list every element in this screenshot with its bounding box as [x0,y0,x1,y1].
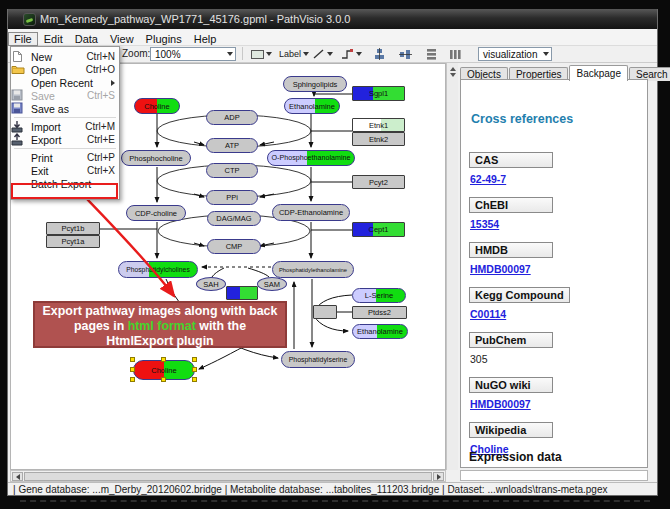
node-sah[interactable]: SAH [196,277,226,291]
reference-source-chebi: ChEBI [469,197,553,213]
batch-export-highlight-box [11,183,118,199]
align-middle-button[interactable] [396,47,415,61]
callout-line1: Export pathway images along with back [35,304,285,319]
menu-item-shortcut: Ctrl+P [87,152,115,163]
node-ppi[interactable]: PPi [206,190,258,205]
node-label: Cept1 [368,225,388,234]
file-menu-item-print[interactable]: PrintCtrl+P [11,151,119,164]
node-o-phosphoethanolamine[interactable]: O-Phosphoethanolamine [267,150,355,166]
menu-file[interactable]: File [8,32,38,46]
node-ethanolamine[interactable]: Ethanolamine [284,98,340,114]
panel-bottom-field[interactable] [460,470,648,481]
menu-item-label: Print [31,152,87,164]
node-pcyt2[interactable]: Pcyt2 [352,175,405,189]
splitter-up-icon[interactable] [450,67,456,71]
node-cdp-ethanolamine[interactable]: CDP-Ethanolamine [272,204,350,221]
align-center-button[interactable] [370,47,389,61]
label-tool-button[interactable]: Label [276,47,312,61]
panel-splitter[interactable] [446,63,458,470]
reference-link[interactable]: 15354 [470,218,499,230]
selection-handle[interactable] [192,357,197,362]
node-ptdss2[interactable]: Ptdss2 [352,306,407,319]
elbow-connector-icon [341,48,354,60]
node-sam[interactable]: SAM [257,277,287,291]
node-sgpl1[interactable]: Sgpl1 [352,86,405,101]
menu-item-label: Exit [31,165,87,177]
distribute-rows-icon [425,48,438,60]
horizontal-scrollbar[interactable] [10,470,446,482]
node-phosphatidylethanolamine[interactable]: Phosphatidylethanolamine [272,261,354,278]
selection-handle[interactable] [130,357,135,362]
node-unlabeled[interactable] [313,305,337,319]
node-dag-mag[interactable]: DAG/MAG [207,211,261,226]
scrollbar-thumb[interactable] [24,472,432,481]
distribute-columns-button[interactable] [446,47,465,61]
file-menu-item-open[interactable]: OpenCtrl+O [11,63,119,76]
line-tool-button[interactable] [310,47,336,61]
menu-plugins[interactable]: Plugins [140,32,188,46]
node-unlabeled[interactable] [226,286,258,300]
callout-line3: HtmlExport plugin [35,334,285,349]
node-label: Etnk1 [369,121,388,130]
menu-help[interactable]: Help [188,32,223,46]
node-sphingolipids[interactable]: Sphingolipids [283,76,347,92]
splitter-down-icon[interactable] [450,73,456,77]
node-adp[interactable]: ADP [206,110,258,125]
node-label: Etnk2 [369,135,388,144]
selection-handle[interactable] [161,357,166,362]
node-label: Phosphatidylcholines [126,266,190,273]
selection-handle[interactable] [130,367,135,372]
selection-handle[interactable] [161,377,166,382]
menu-item-label: Open Recent [31,77,111,89]
file-menu-item-exit[interactable]: ExitCtrl+X [11,164,119,177]
datanode-button[interactable] [248,47,275,61]
node-ctp[interactable]: CTP [206,163,258,178]
selection-handle[interactable] [130,377,135,382]
backpage-panel[interactable]: Cross references CAS62-49-7ChEBI15354HMD… [460,79,648,468]
distribute-rows-button[interactable] [422,47,441,61]
node-atp[interactable]: ATP [206,138,258,153]
menu-view[interactable]: View [104,32,140,46]
scroll-right-button[interactable] [433,472,444,481]
file-menu-item-save[interactable]: SaveCtrl+S [11,89,119,102]
file-menu-item-new[interactable]: NewCtrl+N [11,50,119,63]
node-choline[interactable]: Choline [134,98,180,114]
node-pcyt1b[interactable]: Pcyt1b [46,222,100,235]
file-menu-item-save-as[interactable]: Save as [11,102,119,115]
window-shadow [20,500,650,502]
file-menu-item-open-recent[interactable]: Open Recent [11,76,119,89]
node-label: L-Serine [365,291,393,300]
file-menu-item-export[interactable]: ExportCtrl+E [11,133,119,146]
node-label: CMP [226,242,243,251]
selection-handle[interactable] [192,367,197,372]
node-cmp[interactable]: CMP [207,239,261,254]
node-l-serine[interactable]: L-Serine [352,288,406,303]
node-phosphocholine[interactable]: Phosphocholine [121,150,191,166]
node-ethanolamine[interactable]: Ethanolamine [352,324,408,339]
node-etnk1[interactable]: Etnk1 [352,118,405,132]
node-label: Pcyt2 [369,178,388,187]
node-phosphatidylcholines[interactable]: Phosphatidylcholines [118,261,198,278]
zoom-combobox[interactable]: 100% [150,47,236,61]
reference-link[interactable]: C00114 [470,308,506,320]
node-cept1[interactable]: Cept1 [352,222,405,237]
reference-link[interactable]: HMDB00097 [470,398,531,410]
menu-data[interactable]: Data [69,32,104,46]
title-bar[interactable]: Mm_Kennedy_pathway_WP1771_45176.gpml - P… [8,9,657,29]
node-cdp-choline[interactable]: CDP-choline [126,205,186,221]
node-phosphatidylserine[interactable]: Phosphatidylserine [281,351,355,368]
visualization-combobox[interactable]: visualization [478,47,552,61]
file-menu-item-import[interactable]: ImportCtrl+M [11,120,119,133]
scroll-left-button[interactable] [12,472,23,481]
menu-item-shortcut: Ctrl+S [87,90,115,101]
menu-edit[interactable]: Edit [38,32,69,46]
selection-handle[interactable] [192,377,197,382]
menu-item-shortcut: Ctrl+O [86,64,115,75]
connector-tool-button[interactable] [338,47,365,61]
chevron-down-icon [356,52,362,56]
reference-link[interactable]: 62-49-7 [470,173,506,185]
tab-backpage[interactable]: Backpage [569,65,627,81]
reference-link[interactable]: HMDB00097 [470,263,531,275]
node-pcyt1a[interactable]: Pcyt1a [46,235,100,248]
node-etnk2[interactable]: Etnk2 [352,132,405,146]
